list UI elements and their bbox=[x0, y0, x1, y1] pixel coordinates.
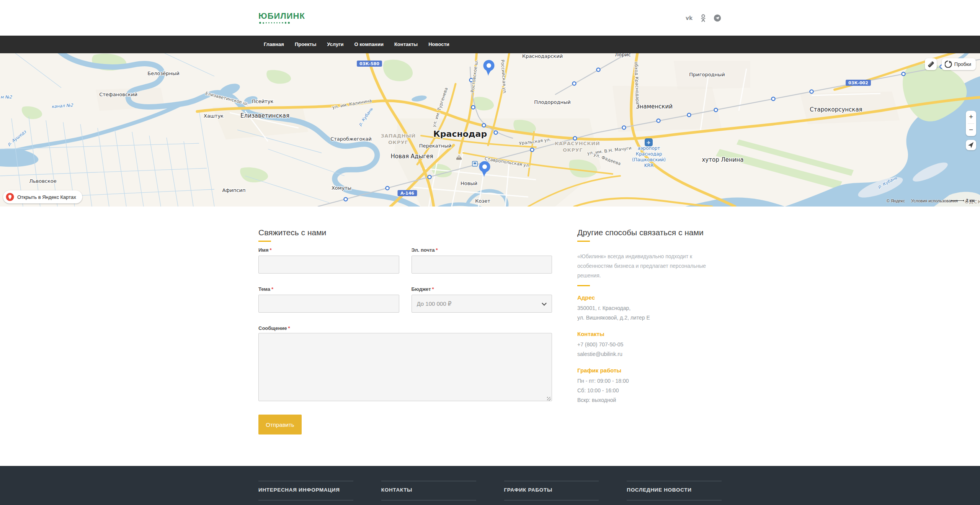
info-line: 350001, г. Краснодар, bbox=[577, 303, 722, 313]
open-yandex-maps-button[interactable]: Открыть в Яндекс Картах bbox=[3, 190, 82, 203]
footer-column-3: ГРАФИК РАБОТЫ bbox=[504, 481, 599, 500]
info-line: Пн - пт: 09:00 - 18:00 bbox=[577, 376, 722, 386]
map-label: Белозёрный bbox=[147, 71, 180, 76]
footer-column-title: ИНТЕРЕСНАЯ ИНФОРМАЦИЯ bbox=[258, 486, 353, 494]
map-label: Перекатный bbox=[419, 143, 452, 149]
geolocation-icon bbox=[968, 142, 974, 148]
map-label: Козет bbox=[475, 198, 490, 204]
map-label: ОКРУГ bbox=[388, 139, 408, 145]
airport-label-line: (Пашковский) bbox=[632, 157, 666, 162]
map-label: р. Кубань bbox=[358, 107, 374, 127]
contact-form-title: Свяжитесь с нами bbox=[258, 228, 552, 237]
resize-grip[interactable] bbox=[547, 397, 551, 401]
info-section-title: Адрес bbox=[577, 294, 722, 302]
traffic-button[interactable]: Пробки bbox=[942, 58, 976, 70]
site-header: ЮБИЛИНК vk bbox=[0, 0, 980, 36]
footer-column-2: КОНТАКТЫ bbox=[381, 481, 476, 500]
footer-column-4: ПОСЛЕДНИЕ НОВОСТИ bbox=[627, 481, 722, 500]
contact-section: Свяжитесь с нами Имя* Эл. почта* Тема* bbox=[0, 207, 980, 466]
nav-item-6[interactable]: Новости bbox=[423, 36, 455, 53]
email-field-group: Эл. почта* bbox=[412, 247, 552, 274]
submit-button[interactable]: Отправить bbox=[258, 415, 302, 434]
traffic-icon bbox=[945, 61, 952, 68]
geolocation-button[interactable] bbox=[966, 140, 976, 150]
budget-field-group: Бюджет* До 100 000 ₽ bbox=[412, 286, 552, 313]
svg-text:vk: vk bbox=[686, 15, 693, 21]
ruler-icon bbox=[927, 61, 935, 68]
map-pin-north[interactable] bbox=[483, 60, 495, 76]
airport-label-line: аэропорт bbox=[638, 146, 660, 151]
info-section-3: График работыПн - пт: 09:00 - 18:00Сб: 1… bbox=[577, 367, 722, 405]
nav-item-2[interactable]: Проекты bbox=[289, 36, 322, 53]
subject-input[interactable] bbox=[258, 295, 399, 313]
map-label: Хаштук bbox=[204, 113, 224, 119]
budget-select[interactable]: До 100 000 ₽ bbox=[412, 295, 552, 313]
email-label: Эл. почта* bbox=[412, 247, 552, 253]
nav-item-3[interactable]: Услуги bbox=[322, 36, 349, 53]
main-nav: ГлавнаяПроектыУслугиО компанииКонтактыНо… bbox=[0, 36, 980, 53]
zoom-in-button[interactable]: + bbox=[966, 111, 976, 123]
map-attribution: © Яндекс Условия использования bbox=[887, 198, 958, 203]
accent-bar bbox=[577, 285, 590, 286]
rail-station-icon bbox=[472, 161, 477, 166]
map-label: хутор Ленина bbox=[702, 156, 743, 163]
site-footer: ИНТЕРЕСНАЯ ИНФОРМАЦИЯКОНТАКТЫГРАФИК РАБО… bbox=[0, 466, 980, 505]
other-contacts-column: Другие способы связаться с нами «Юбилинк… bbox=[577, 228, 722, 434]
accent-bar bbox=[258, 241, 271, 242]
contact-form-column: Свяжитесь с нами Имя* Эл. почта* Тема* bbox=[258, 228, 552, 434]
message-field-group: Сообщение* bbox=[258, 325, 552, 403]
map-label: КАРАСУНСКИЙ bbox=[555, 141, 600, 146]
map-label: Афипсип bbox=[222, 187, 245, 193]
email-input[interactable] bbox=[412, 256, 552, 274]
info-section-title: График работы bbox=[577, 367, 722, 374]
info-section-title: Контакты bbox=[577, 330, 722, 338]
map-canvas: ✈ КраснодарЕлизаветинскаяНовая АдыгеяЗна… bbox=[0, 53, 980, 207]
accent-bar bbox=[577, 241, 590, 242]
message-textarea[interactable] bbox=[258, 333, 552, 401]
zoom-out-button[interactable]: − bbox=[966, 124, 976, 136]
svg-text:03К-580: 03К-580 bbox=[359, 61, 379, 66]
map-urban-areas bbox=[96, 61, 900, 207]
map-label: канал №2 bbox=[51, 103, 74, 109]
info-section-1: Адрес350001, г. Краснодар,ул. Вишняковой… bbox=[577, 294, 722, 323]
yandex-copyright[interactable]: © Яндекс bbox=[887, 198, 905, 203]
footer-column-title: ПОСЛЕДНИЕ НОВОСТИ bbox=[627, 486, 722, 494]
site-logo[interactable]: ЮБИЛИНК bbox=[258, 12, 305, 24]
yandex-pin-icon bbox=[6, 193, 14, 201]
info-section-2: Контакты+7 (800) 707-50-05salestie@ubili… bbox=[577, 330, 722, 359]
vk-icon[interactable]: vk bbox=[685, 14, 693, 22]
nav-item-5[interactable]: Контакты bbox=[389, 36, 423, 53]
traffic-button-label: Пробки bbox=[954, 61, 971, 67]
nav-item-4[interactable]: О компании bbox=[349, 36, 389, 53]
map-scale: 2 км bbox=[951, 198, 975, 203]
map-label: Краснодарский bbox=[522, 53, 563, 59]
svg-text:✈: ✈ bbox=[647, 140, 651, 146]
map-label: Псейтук bbox=[252, 98, 274, 104]
map-label: Лорис bbox=[615, 53, 631, 57]
name-label: Имя* bbox=[258, 247, 399, 253]
yandex-map[interactable]: ✈ КраснодарЕлизаветинскаяНовая АдыгеяЗна… bbox=[0, 53, 980, 207]
odnoklassniki-icon[interactable] bbox=[699, 14, 707, 22]
svg-text:03К-002: 03К-002 bbox=[848, 80, 868, 85]
scale-label: 2 км bbox=[966, 198, 975, 203]
subject-label: Тема* bbox=[258, 286, 399, 292]
message-label: Сообщение* bbox=[258, 325, 552, 331]
map-label: Стефановский bbox=[99, 92, 137, 97]
nav-item-1[interactable]: Главная bbox=[258, 36, 289, 53]
map-label: Знаменский bbox=[636, 103, 673, 110]
map-label: р. Аушедз bbox=[7, 129, 28, 147]
telegram-icon[interactable] bbox=[713, 14, 722, 22]
map-label: Хомуты bbox=[332, 185, 351, 191]
airport-icon: ✈ bbox=[645, 138, 653, 146]
map-label: Старокорсунская bbox=[810, 106, 862, 113]
map-label: ул. им. Калинина bbox=[332, 98, 372, 110]
scale-line bbox=[951, 200, 964, 201]
budget-label: Бюджет* bbox=[412, 286, 552, 292]
footer-column-title: ГРАФИК РАБОТЫ bbox=[504, 486, 599, 494]
info-line: salestie@ubilink.ru bbox=[577, 349, 722, 359]
map-label: Новый bbox=[461, 180, 477, 186]
social-links: vk bbox=[685, 14, 722, 22]
ruler-button[interactable] bbox=[925, 58, 937, 70]
name-input[interactable] bbox=[258, 256, 399, 274]
airport-label-line: Краснодар bbox=[636, 151, 662, 157]
